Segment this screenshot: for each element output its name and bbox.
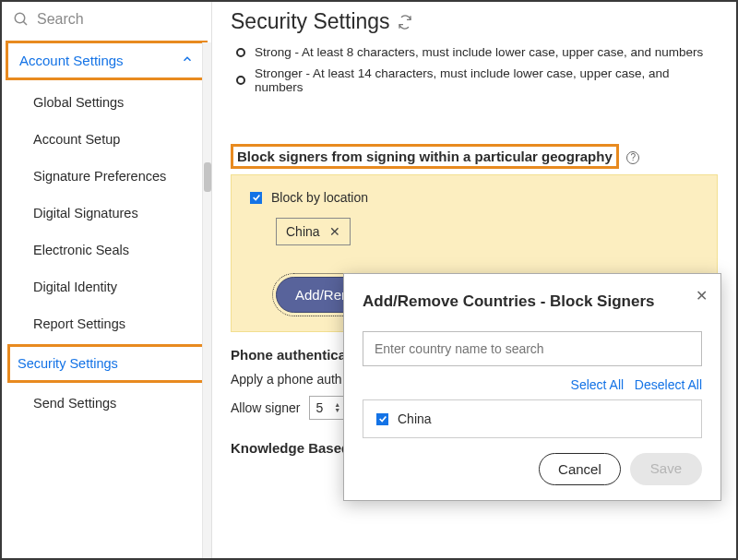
sidebar-section-account-settings[interactable]: Account Settings [6,41,208,80]
option-label: Stronger - At least 14 characters, must … [255,66,718,94]
checkbox-checked-icon [250,192,262,204]
radio-icon [236,48,245,57]
checkbox-label: Block by location [271,190,368,205]
radio-icon [236,76,245,85]
input-value: 5 [315,400,323,415]
country-chip[interactable]: China ✕ [276,218,351,245]
sidebar-section-label: Account Settings [19,53,124,68]
sidebar-item-label: Signature Preferences [33,169,166,184]
select-all-link[interactable]: Select All [571,377,625,392]
sidebar-scrollbar[interactable] [202,42,211,558]
sidebar-item-label: Send Settings [33,396,116,411]
sidebar-item-digital-identity[interactable]: Digital Identity [2,268,211,305]
page-title-text: Security Settings [231,9,390,34]
sidebar-item-label: Digital Identity [33,280,117,294]
checkbox-checked-icon [376,413,388,425]
cancel-button[interactable]: Cancel [539,453,621,485]
save-button: Save [630,453,702,485]
geo-block-section: Block signers from signing within a part… [231,120,718,169]
password-option-stronger[interactable]: Stronger - At least 14 characters, must … [231,63,718,98]
allow-label: Allow signer [231,400,300,415]
button-label: Cancel [558,461,601,477]
sidebar-item-label: Security Settings [18,356,118,371]
search-row: Search [2,2,211,37]
sidebar-item-account-setup[interactable]: Account Setup [2,121,211,158]
country-label: China [398,411,432,426]
sidebar-item-digital-signatures[interactable]: Digital Signatures [2,195,211,232]
sidebar-item-label: Account Setup [33,132,120,147]
block-by-location-checkbox-row[interactable]: Block by location [250,190,698,205]
help-icon[interactable]: ? [626,151,639,164]
add-remove-countries-dialog: Add/Remove Countries - Block Signers ✕ S… [343,273,721,501]
bulk-select-links: Select All Deselect All [363,377,702,392]
sidebar-item-signature-preferences[interactable]: Signature Preferences [2,158,211,195]
sidebar-item-electronic-seals[interactable]: Electronic Seals [2,232,211,268]
sidebar-item-report-settings[interactable]: Report Settings [2,305,211,342]
sidebar-item-label: Global Settings [33,95,124,110]
dialog-actions: Cancel Save [363,453,702,485]
sidebar: Search Account Settings Global Settings … [2,2,212,558]
svg-line-1 [23,21,27,25]
sidebar-item-send-settings[interactable]: Send Settings [2,385,211,422]
search-icon [13,11,30,28]
stepper-icon[interactable]: ▲▼ [334,402,340,413]
country-list: China [363,399,702,438]
country-list-item[interactable]: China [376,411,688,426]
sidebar-item-label: Digital Signatures [33,206,138,220]
close-icon[interactable]: ✕ [696,287,708,304]
allow-count-input[interactable]: 5 ▲▼ [309,396,347,420]
scrollbar-thumb[interactable] [204,162,211,192]
sidebar-item-global-settings[interactable]: Global Settings [2,84,211,121]
deselect-all-link[interactable]: Deselect All [635,377,702,392]
chip-label: China [286,224,320,239]
search-input[interactable]: Search [37,11,84,28]
chevron-up-icon [181,53,194,68]
geo-block-heading: Block signers from signing within a part… [231,144,619,169]
sidebar-item-security-settings[interactable]: Security Settings [7,344,206,383]
country-search-input[interactable] [363,331,702,366]
dialog-title: Add/Remove Countries - Block Signers [363,292,702,311]
sidebar-item-label: Electronic Seals [33,243,129,257]
page-title: Security Settings [231,9,718,34]
button-label: Save [650,460,682,476]
password-option-strong[interactable]: Strong - At least 8 characters, must inc… [231,42,718,63]
refresh-icon[interactable] [398,15,412,30]
option-label: Strong - At least 8 characters, must inc… [255,45,703,59]
close-icon[interactable]: ✕ [329,224,340,239]
svg-point-0 [15,13,25,23]
sidebar-item-label: Report Settings [33,316,125,331]
